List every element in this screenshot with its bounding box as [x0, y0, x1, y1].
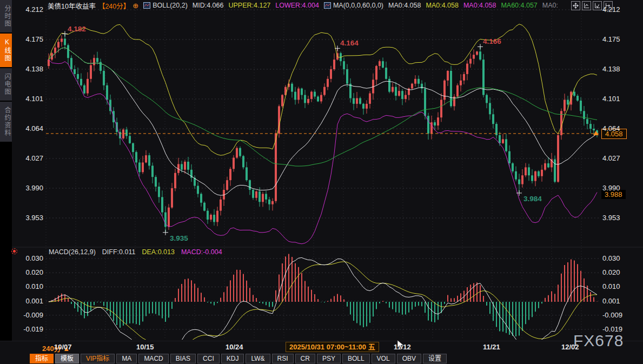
boll-lower-value: LOWER:4.004 [275, 2, 319, 9]
ma-label: MA(0,0,0,60,0,0) [333, 2, 383, 9]
toolbar-button[interactable]: 设置 [423, 354, 447, 363]
macd-axis-label: 0.010 [8, 282, 43, 290]
y-axis-label: 4.138 [8, 65, 43, 73]
toolbar-button[interactable]: MA [116, 354, 137, 363]
toolbar-button[interactable]: VOL [372, 354, 395, 363]
y-axis-label: 4.175 [8, 35, 43, 43]
boll-mid-value: MID:4.066 [193, 2, 224, 9]
macd-axis-label: 0.020 [602, 268, 638, 276]
toolbar-button[interactable]: BOLL [342, 354, 370, 363]
y-axis-label: 4.138 [602, 65, 638, 73]
svg-text:4.182: 4.182 [68, 25, 86, 33]
watermark: FX678 [573, 332, 624, 350]
toolbar-button[interactable]: OBV [397, 354, 421, 363]
toolbar-button[interactable]: PSY [317, 354, 341, 363]
macd-header: MACD(26,12,9) DIFF:0.011 DEA:0.013 MACD:… [49, 248, 222, 256]
indicator-toolbar: 指标模板VIP指标MAMACDBIASCCIKDJLW&RSICRPSYBOLL… [30, 353, 447, 364]
move-icon[interactable] [571, 1, 580, 10]
candlestick-chart[interactable]: 4.1823.9354.1644.1663.984 [0, 0, 643, 364]
y-axis-label: 4.175 [602, 35, 638, 43]
macd-axis-label: -0.009 [8, 311, 43, 319]
ma0-white-value: MA0:4.058 [388, 2, 421, 9]
macd-dea-value: DEA:0.013 [142, 248, 174, 256]
ma-chart-icon[interactable] [324, 2, 331, 9]
toolbar-button[interactable]: KDJ [221, 354, 244, 363]
macd-axis-label: 0.001 [602, 297, 638, 305]
macd-diff-value: DIFF:0.011 [102, 248, 136, 256]
kline-app-window: 4.1823.9354.1644.1663.984 分时图K线图闪电图合约资料 … [0, 0, 643, 364]
svg-text:4.164: 4.164 [340, 39, 359, 47]
toolbar-button[interactable]: BIAS [170, 354, 196, 363]
add-indicator-icon[interactable]: ⊕ [132, 2, 138, 10]
y-axis-label: 4.064 [8, 124, 43, 133]
date-tick-label: 10/24 [226, 343, 243, 351]
ma0-yellow-value: MA0:4.058 [426, 2, 458, 9]
time-axis: 240分 ▲ 2025/10/31 07:00~11:00 五 10/0710/… [0, 341, 643, 353]
macd-axis-label: 0.010 [602, 282, 638, 290]
axis-right-icon[interactable] [593, 1, 602, 10]
y-axis-label: 4.027 [602, 154, 638, 162]
live-indicator-icon [11, 248, 17, 254]
svg-text:3.935: 3.935 [170, 234, 188, 242]
toolbar-button[interactable]: VIP指标 [81, 354, 115, 363]
toolbar-button[interactable]: RSI [272, 354, 294, 363]
y-axis-label: 3.990 [602, 184, 638, 192]
macd-axis-label: 0.001 [8, 297, 43, 305]
axis-left-icon[interactable] [582, 1, 591, 10]
boll-chart-icon[interactable] [143, 2, 150, 9]
toolbar-button[interactable]: MACD [138, 354, 168, 363]
ma0-magenta-value: MA0:4.058 [463, 2, 496, 9]
y-axis-label: 3.990 [8, 184, 43, 192]
toolbar-button[interactable]: 模板 [55, 354, 79, 363]
toolbar-button[interactable]: 指标 [30, 354, 54, 363]
y-axis-label: 4.212 [602, 5, 638, 14]
mouse-cursor [397, 340, 404, 352]
macd-axis-label: -0.009 [602, 311, 638, 319]
y-axis-label: 4.101 [602, 95, 638, 103]
ma60-green-value: MA60:4.057 [501, 2, 537, 9]
date-tick-label: 11/21 [483, 343, 500, 351]
page-title: 美债10年收益率 [48, 1, 96, 11]
y-axis-label: 3.953 [602, 214, 638, 222]
y-axis-label: 4.064 [602, 124, 638, 133]
date-tick-label: 10/15 [136, 343, 154, 351]
macd-axis-label: -0.019 [602, 325, 638, 333]
toolbar-button[interactable]: LW& [246, 354, 270, 363]
ma0-gray-value: MA0: [542, 2, 558, 9]
period-tag[interactable]: 【240分】 [98, 1, 130, 11]
selected-candle-timestamp: 2025/10/31 07:00~11:00 五 [286, 342, 379, 352]
macd-axis-label: 0.020 [8, 268, 43, 276]
sidebar-tab-item[interactable]: 分时图 [0, 0, 12, 32]
macd-axis-label: 0.030 [8, 254, 43, 262]
macd-axis-label: 0.030 [602, 254, 638, 262]
boll-upper-value: UPPER:4.127 [228, 2, 270, 9]
macd-label: MACD(26,12,9) [49, 248, 96, 256]
date-tick-label: 10/07 [54, 343, 72, 351]
y-axis-label: 3.953 [8, 214, 43, 222]
svg-text:3.984: 3.984 [523, 195, 542, 203]
y-axis-label: 4.027 [8, 154, 43, 162]
svg-text:4.166: 4.166 [483, 37, 501, 45]
chart-header: 美债10年收益率 【240分】 ⊕ BOLL(20,2) MID:4.066 U… [48, 1, 558, 10]
toolbar-button[interactable]: CR [295, 354, 315, 363]
macd-axis-label: -0.019 [8, 325, 43, 333]
y-axis-label: 4.101 [8, 95, 43, 103]
macd-macd-value: MACD:-0.004 [181, 248, 222, 256]
boll-label: BOLL(20,2) [153, 2, 188, 9]
toolbar-button[interactable]: CCI [197, 354, 220, 363]
sidebar-tab-item[interactable]: 合约资料 [0, 102, 12, 142]
y-axis-label: 4.212 [8, 5, 43, 14]
